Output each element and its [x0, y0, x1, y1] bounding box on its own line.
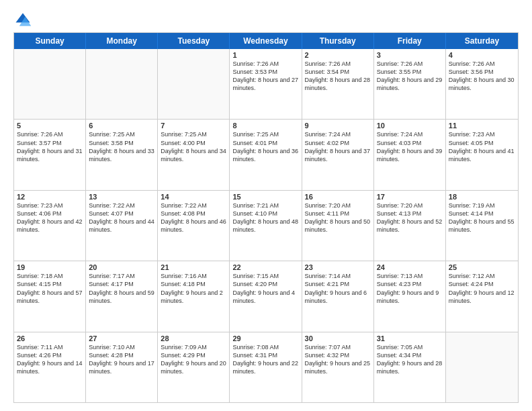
day-number: 6 — [89, 122, 154, 130]
day-number: 26 — [17, 334, 83, 342]
day-number: 13 — [89, 193, 154, 201]
day-info: Sunrise: 7:26 AM Sunset: 3:54 PM Dayligh… — [305, 60, 371, 93]
day-number: 17 — [377, 193, 443, 201]
day-cell: 2Sunrise: 7:26 AM Sunset: 3:54 PM Daylig… — [302, 49, 374, 119]
day-number: 15 — [232, 193, 298, 201]
calendar: SundayMondayTuesdayWednesdayThursdayFrid… — [13, 32, 519, 403]
day-cell: 10Sunrise: 7:24 AM Sunset: 4:03 PM Dayli… — [374, 120, 446, 189]
day-cell — [158, 49, 230, 119]
day-cell: 28Sunrise: 7:09 AM Sunset: 4:29 PM Dayli… — [158, 332, 230, 402]
day-info: Sunrise: 7:24 AM Sunset: 4:02 PM Dayligh… — [305, 130, 371, 163]
day-cell: 24Sunrise: 7:13 AM Sunset: 4:23 PM Dayli… — [374, 261, 446, 331]
day-cell: 30Sunrise: 7:07 AM Sunset: 4:32 PM Dayli… — [302, 332, 374, 402]
day-number: 1 — [232, 51, 298, 59]
day-info: Sunrise: 7:22 AM Sunset: 4:08 PM Dayligh… — [161, 201, 226, 234]
day-number: 30 — [305, 334, 371, 342]
day-cell: 26Sunrise: 7:11 AM Sunset: 4:26 PM Dayli… — [14, 332, 86, 402]
day-number: 18 — [449, 193, 515, 201]
day-cell — [446, 332, 518, 402]
day-header-sunday: Sunday — [14, 33, 86, 49]
week-row-4: 26Sunrise: 7:11 AM Sunset: 4:26 PM Dayli… — [14, 332, 518, 402]
day-number: 9 — [305, 122, 371, 130]
day-info: Sunrise: 7:09 AM Sunset: 4:29 PM Dayligh… — [161, 343, 226, 376]
day-info: Sunrise: 7:22 AM Sunset: 4:07 PM Dayligh… — [89, 201, 154, 234]
day-cell: 1Sunrise: 7:26 AM Sunset: 3:53 PM Daylig… — [230, 49, 302, 119]
day-number: 5 — [17, 122, 83, 130]
day-number: 21 — [161, 263, 226, 271]
day-info: Sunrise: 7:10 AM Sunset: 4:28 PM Dayligh… — [89, 343, 154, 376]
logo — [13, 11, 35, 30]
day-info: Sunrise: 7:25 AM Sunset: 3:58 PM Dayligh… — [89, 130, 154, 163]
day-info: Sunrise: 7:20 AM Sunset: 4:13 PM Dayligh… — [377, 201, 443, 234]
day-number: 16 — [305, 193, 371, 201]
day-number: 31 — [377, 334, 443, 342]
day-info: Sunrise: 7:26 AM Sunset: 3:56 PM Dayligh… — [449, 60, 515, 93]
page-header — [13, 11, 519, 30]
day-cell: 16Sunrise: 7:20 AM Sunset: 4:11 PM Dayli… — [302, 191, 374, 261]
day-number: 10 — [377, 122, 443, 130]
day-info: Sunrise: 7:12 AM Sunset: 4:24 PM Dayligh… — [449, 272, 515, 305]
day-header-thursday: Thursday — [302, 33, 374, 49]
weeks-container: 1Sunrise: 7:26 AM Sunset: 3:53 PM Daylig… — [14, 49, 518, 402]
day-number: 29 — [232, 334, 298, 342]
day-info: Sunrise: 7:20 AM Sunset: 4:11 PM Dayligh… — [305, 201, 371, 234]
day-header-friday: Friday — [374, 33, 446, 49]
day-info: Sunrise: 7:21 AM Sunset: 4:10 PM Dayligh… — [232, 201, 298, 234]
day-number: 7 — [161, 122, 226, 130]
day-cell: 18Sunrise: 7:19 AM Sunset: 4:14 PM Dayli… — [446, 191, 518, 261]
day-info: Sunrise: 7:24 AM Sunset: 4:03 PM Dayligh… — [377, 130, 443, 163]
day-header-tuesday: Tuesday — [158, 33, 230, 49]
day-cell: 9Sunrise: 7:24 AM Sunset: 4:02 PM Daylig… — [302, 120, 374, 189]
day-info: Sunrise: 7:26 AM Sunset: 3:57 PM Dayligh… — [17, 130, 83, 163]
day-cell: 23Sunrise: 7:14 AM Sunset: 4:21 PM Dayli… — [302, 261, 374, 331]
day-cell: 21Sunrise: 7:16 AM Sunset: 4:18 PM Dayli… — [158, 261, 230, 331]
day-cell: 12Sunrise: 7:23 AM Sunset: 4:06 PM Dayli… — [14, 191, 86, 261]
day-info: Sunrise: 7:19 AM Sunset: 4:14 PM Dayligh… — [449, 201, 515, 234]
logo-icon — [13, 11, 32, 30]
day-number: 27 — [89, 334, 154, 342]
day-info: Sunrise: 7:13 AM Sunset: 4:23 PM Dayligh… — [377, 272, 443, 305]
day-cell: 20Sunrise: 7:17 AM Sunset: 4:17 PM Dayli… — [86, 261, 158, 331]
day-number: 8 — [232, 122, 298, 130]
day-cell — [86, 49, 158, 119]
day-cell: 4Sunrise: 7:26 AM Sunset: 3:56 PM Daylig… — [446, 49, 518, 119]
day-info: Sunrise: 7:26 AM Sunset: 3:53 PM Dayligh… — [232, 60, 298, 93]
day-number: 23 — [305, 263, 371, 271]
day-info: Sunrise: 7:23 AM Sunset: 4:06 PM Dayligh… — [17, 201, 83, 234]
day-cell: 3Sunrise: 7:26 AM Sunset: 3:55 PM Daylig… — [374, 49, 446, 119]
week-row-3: 19Sunrise: 7:18 AM Sunset: 4:15 PM Dayli… — [14, 261, 518, 331]
day-cell: 11Sunrise: 7:23 AM Sunset: 4:05 PM Dayli… — [446, 120, 518, 189]
day-number: 3 — [377, 51, 443, 59]
day-cell: 13Sunrise: 7:22 AM Sunset: 4:07 PM Dayli… — [86, 191, 158, 261]
day-info: Sunrise: 7:17 AM Sunset: 4:17 PM Dayligh… — [89, 272, 154, 305]
day-cell: 25Sunrise: 7:12 AM Sunset: 4:24 PM Dayli… — [446, 261, 518, 331]
day-header-monday: Monday — [86, 33, 158, 49]
day-cell — [14, 49, 86, 119]
day-cell: 15Sunrise: 7:21 AM Sunset: 4:10 PM Dayli… — [230, 191, 302, 261]
day-cell: 7Sunrise: 7:25 AM Sunset: 4:00 PM Daylig… — [158, 120, 230, 189]
day-info: Sunrise: 7:25 AM Sunset: 4:00 PM Dayligh… — [161, 130, 226, 163]
day-cell: 17Sunrise: 7:20 AM Sunset: 4:13 PM Dayli… — [374, 191, 446, 261]
day-number: 11 — [449, 122, 515, 130]
week-row-2: 12Sunrise: 7:23 AM Sunset: 4:06 PM Dayli… — [14, 190, 518, 261]
day-info: Sunrise: 7:16 AM Sunset: 4:18 PM Dayligh… — [161, 272, 226, 305]
day-number: 25 — [449, 263, 515, 271]
day-number: 12 — [17, 193, 83, 201]
day-cell: 22Sunrise: 7:15 AM Sunset: 4:20 PM Dayli… — [230, 261, 302, 331]
day-cell: 19Sunrise: 7:18 AM Sunset: 4:15 PM Dayli… — [14, 261, 86, 331]
day-cell: 27Sunrise: 7:10 AM Sunset: 4:28 PM Dayli… — [86, 332, 158, 402]
day-number: 24 — [377, 263, 443, 271]
day-cell: 29Sunrise: 7:08 AM Sunset: 4:31 PM Dayli… — [230, 332, 302, 402]
day-number: 22 — [232, 263, 298, 271]
day-info: Sunrise: 7:26 AM Sunset: 3:55 PM Dayligh… — [377, 60, 443, 93]
day-number: 2 — [305, 51, 371, 59]
day-number: 14 — [161, 193, 226, 201]
day-info: Sunrise: 7:05 AM Sunset: 4:34 PM Dayligh… — [377, 343, 443, 376]
day-cell: 14Sunrise: 7:22 AM Sunset: 4:08 PM Dayli… — [158, 191, 230, 261]
day-cell: 5Sunrise: 7:26 AM Sunset: 3:57 PM Daylig… — [14, 120, 86, 189]
day-number: 4 — [449, 51, 515, 59]
day-info: Sunrise: 7:15 AM Sunset: 4:20 PM Dayligh… — [232, 272, 298, 305]
day-cell: 31Sunrise: 7:05 AM Sunset: 4:34 PM Dayli… — [374, 332, 446, 402]
day-info: Sunrise: 7:23 AM Sunset: 4:05 PM Dayligh… — [449, 130, 515, 163]
week-row-1: 5Sunrise: 7:26 AM Sunset: 3:57 PM Daylig… — [14, 119, 518, 189]
